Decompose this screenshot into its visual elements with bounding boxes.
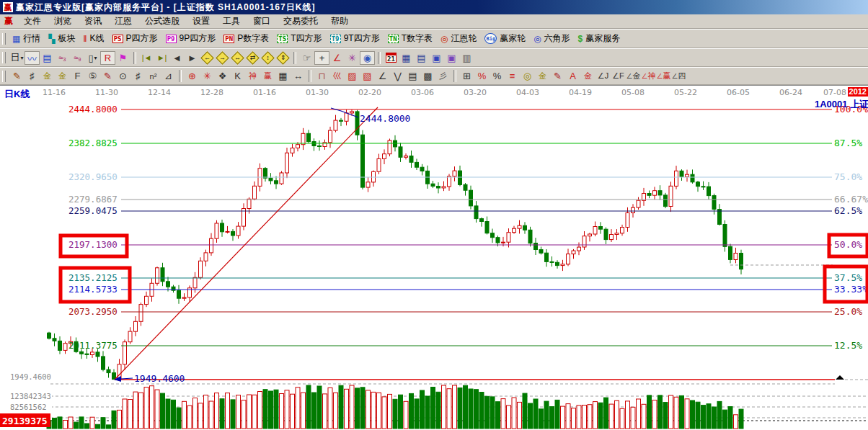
menu-item-9[interactable]: 交易委托: [277, 14, 324, 29]
draw-icon-20[interactable]: ↔: [291, 69, 306, 83]
nav-icon-15[interactable]: →: [215, 51, 230, 65]
draw-icon-25[interactable]: ▧: [360, 69, 375, 83]
candle: [355, 112, 359, 135]
nav-icon-23[interactable]: ∠: [329, 51, 345, 65]
nav-icon-12[interactable]: ◄: [169, 51, 185, 65]
toolbar-button-T四方形[interactable]: TST四方形: [274, 31, 327, 46]
nav-icon-1[interactable]: 日▾: [9, 51, 25, 65]
nav-icon-4[interactable]: ≈₃: [55, 51, 70, 65]
menu-item-10[interactable]: 帮助: [324, 14, 355, 29]
nav-icon-19[interactable]: ⇕: [275, 51, 291, 65]
draw-icon-17[interactable]: 神: [245, 69, 260, 83]
toolbar-button-T数字表[interactable]: TNT数字表: [385, 31, 438, 46]
menu-item-6[interactable]: 设置: [186, 14, 216, 29]
draw-icon-32[interactable]: ⊞: [459, 69, 474, 83]
nav-icon-22[interactable]: +: [314, 51, 329, 65]
nav-icon-6[interactable]: ▯▾: [85, 51, 100, 65]
draw-icon-27[interactable]: ⋁: [390, 69, 405, 83]
draw-icon-10[interactable]: n²: [146, 69, 161, 83]
nav-icon-27[interactable]: 21: [384, 51, 399, 65]
toolbar-button-9P四方形[interactable]: P99P四方形: [163, 31, 221, 46]
nav-icon-2[interactable]: 〰: [25, 51, 40, 65]
menu-item-8[interactable]: 窗口: [247, 14, 277, 29]
nav-icon-7[interactable]: R: [100, 51, 115, 65]
draw-icon-36[interactable]: ◎: [520, 69, 535, 83]
draw-icon-7[interactable]: ✎: [100, 69, 115, 83]
nav-icon-25[interactable]: ◉: [360, 51, 375, 65]
nav-icon-21[interactable]: ☞: [299, 51, 314, 65]
toolbar-button-K线[interactable]: ‖K线: [81, 31, 110, 46]
nav-icon-29[interactable]: ▤: [414, 51, 429, 65]
draw-icon-34[interactable]: %: [490, 69, 505, 83]
toolbar-button-9T四方形[interactable]: T99T四方形: [327, 31, 385, 46]
toolbar-button-赢家服务[interactable]: $赢家服务: [575, 31, 626, 46]
draw-icon-41[interactable]: ∠J: [595, 69, 611, 83]
draw-icon-37[interactable]: 金: [535, 69, 550, 83]
draw-icon-19[interactable]: ▦: [275, 69, 291, 83]
draw-icon-43[interactable]: ∠金: [626, 69, 641, 83]
draw-icon-23[interactable]: 巛: [329, 69, 345, 83]
draw-icon-1[interactable]: ✎: [9, 69, 25, 83]
nav-icon-24[interactable]: ✳: [345, 51, 360, 65]
draw-icon-40[interactable]: 金: [580, 69, 595, 83]
nav-icon-3[interactable]: ▤: [40, 51, 55, 65]
draw-icon-44[interactable]: ∠神: [641, 69, 656, 83]
draw-icon-8[interactable]: ⊙: [115, 69, 130, 83]
draw-icon-16[interactable]: K: [230, 69, 245, 83]
toolbar-button-label: 江恩轮: [451, 32, 477, 45]
toolbar-button-P四方形[interactable]: PSP四方形: [110, 31, 163, 46]
draw-icon-18[interactable]: 赢: [260, 69, 275, 83]
nav-icon-32[interactable]: ▥: [459, 51, 474, 65]
draw-icon-11[interactable]: ⊿: [161, 69, 176, 83]
toolbar-button-赢家轮[interactable]: Big赢家轮: [482, 31, 531, 46]
draw-icon-28[interactable]: ▤: [405, 69, 420, 83]
draw-icon-9[interactable]: ♯: [130, 69, 146, 83]
nav-icon-11[interactable]: ►|: [154, 51, 169, 65]
toolbar-button-板块[interactable]: ▚板块: [45, 31, 80, 46]
kline-chart[interactable]: 2444.8000100.0%2382.882587.5%2320.965075…: [0, 98, 868, 430]
nav-icon-31[interactable]: ▣: [444, 51, 459, 65]
toolbar-button-P数字表[interactable]: PNP数字表: [221, 31, 274, 46]
draw-icon-26[interactable]: ∠: [375, 69, 390, 83]
draw-icon-4[interactable]: 金: [55, 69, 70, 83]
draw-icon-6[interactable]: ⑤: [85, 69, 100, 83]
draw-icon-35[interactable]: ≡: [505, 69, 520, 83]
nav-icon-8[interactable]: ⚑: [115, 51, 130, 65]
menu-item-5[interactable]: 公式选股: [138, 14, 186, 29]
draw-icon-22[interactable]: ⊓: [314, 69, 329, 83]
toolbar-button-江恩轮[interactable]: ◎江恩轮: [438, 31, 482, 46]
draw-icon-24[interactable]: ▨: [345, 69, 360, 83]
draw-icon-2[interactable]: ♯: [25, 69, 40, 83]
nav-icon-14[interactable]: ←: [200, 51, 215, 65]
toolbar-button-行情[interactable]: ▦行情: [9, 31, 45, 46]
nav-icon-13[interactable]: ►: [185, 51, 200, 65]
draw-icon-38[interactable]: ✎: [550, 69, 565, 83]
menu-item-3[interactable]: 资讯: [78, 14, 108, 29]
nav-icon-16[interactable]: ↔: [230, 51, 245, 65]
nav-icon-10[interactable]: |◄: [139, 51, 154, 65]
draw-icon-42[interactable]: ∠F: [611, 69, 626, 83]
nav-icon-18[interactable]: ↕: [260, 51, 275, 65]
toolbar-button-六角形[interactable]: ◎六角形: [531, 31, 575, 46]
menu-item-2[interactable]: 浏览: [48, 14, 78, 29]
nav-icon-28[interactable]: ▦: [399, 51, 414, 65]
menu-item-1[interactable]: 文件: [17, 14, 48, 29]
menu-item-4[interactable]: 江恩: [108, 14, 138, 29]
nav-icon-5[interactable]: ≈₉: [70, 51, 85, 65]
draw-icon-45[interactable]: ∠赢: [656, 69, 671, 83]
chart-area[interactable]: 2444.8000100.0%2382.882587.5%2320.965075…: [0, 98, 868, 430]
draw-icon-13[interactable]: ⊕: [185, 69, 200, 83]
draw-icon-14[interactable]: ✳: [200, 69, 215, 83]
draw-icon-39[interactable]: A: [565, 69, 580, 83]
nav-icon-30[interactable]: ▣: [429, 51, 444, 65]
candle: [675, 171, 678, 186]
nav-icon-17[interactable]: ⇄: [245, 51, 260, 65]
draw-icon-30[interactable]: 彡: [435, 69, 451, 83]
draw-icon-15[interactable]: ❖: [215, 69, 230, 83]
draw-icon-46[interactable]: ∠四: [671, 69, 686, 83]
draw-icon-3[interactable]: 金: [40, 69, 55, 83]
draw-icon-33[interactable]: %: [474, 69, 490, 83]
draw-icon-5[interactable]: F: [70, 69, 85, 83]
draw-icon-29[interactable]: ▩: [420, 69, 435, 83]
menu-item-7[interactable]: 工具: [216, 14, 247, 29]
